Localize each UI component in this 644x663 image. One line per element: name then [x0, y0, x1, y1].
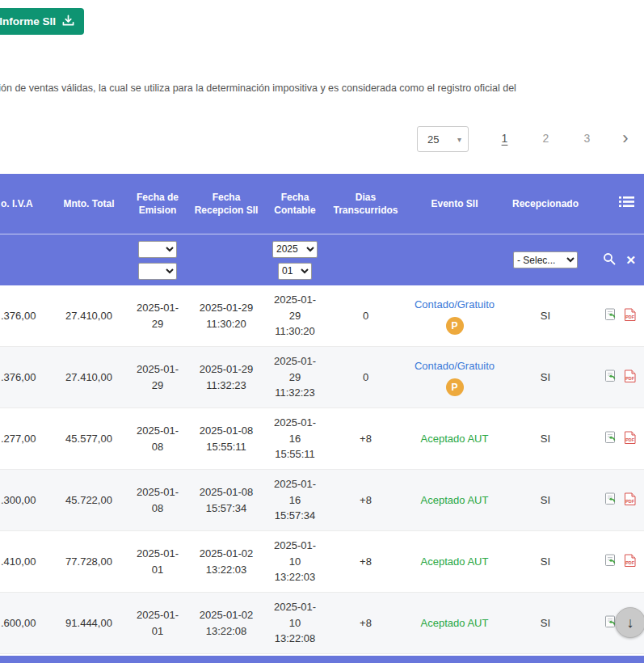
next-page-chevron[interactable]: ›: [608, 129, 643, 147]
cell-evento-sii: Aceptado AUT: [404, 609, 505, 638]
table-header: o. I.V.A Mnto. Total Fecha de Emision Fe…: [0, 174, 644, 234]
payment-badge: P: [446, 378, 464, 396]
pdf-icon: PDF: [624, 554, 636, 569]
header-fecha-contable[interactable]: Fecha Contable: [263, 174, 327, 234]
cell-fecha-emision: 2025-01-01: [125, 601, 190, 645]
document-icon: [604, 492, 617, 508]
search-button[interactable]: [603, 252, 616, 268]
evento-link[interactable]: Aceptado AUT: [421, 492, 489, 509]
page-button-1[interactable]: 1: [484, 132, 525, 145]
cell-mnto-iva: .600,00: [0, 609, 53, 638]
cell-dias-transcurridos: +8: [327, 424, 404, 454]
filter-cell-total: [53, 234, 125, 285]
document-icon: [604, 431, 617, 446]
filter-cell-recepcion: [190, 234, 263, 285]
cell-recepcionado: SI: [505, 486, 586, 515]
filter-emision-year-select[interactable]: [138, 241, 177, 258]
document-icon: [604, 554, 617, 569]
svg-text:PDF: PDF: [625, 437, 634, 442]
cell-fecha-contable: 2025-01-10 13:22:03: [263, 531, 327, 592]
cell-evento-sii: Contado/Gratuito P: [404, 352, 505, 403]
page-size-select[interactable]: 25 ▾: [417, 126, 469, 152]
pdf-button[interactable]: PDF: [624, 431, 636, 446]
pagination: 1 2 3 ›: [484, 129, 643, 147]
evento-link[interactable]: Aceptado AUT: [421, 554, 489, 570]
filter-cell-contable: 2025 01: [263, 234, 327, 285]
arrow-down-icon: ↓: [627, 614, 634, 631]
svg-text:PDF: PDF: [625, 499, 634, 504]
cell-fecha-contable: 2025-01-29 11:30:20: [263, 285, 327, 346]
page-size-value: 25: [427, 133, 439, 146]
cell-fecha-recepcion: 2025-01-08 15:57:34: [190, 478, 263, 522]
cell-fecha-emision: 2025-01-29: [125, 355, 190, 399]
header-recepcionado[interactable]: Recepcionado: [505, 174, 586, 234]
cell-actions: PDF: [586, 302, 644, 330]
page-button-3[interactable]: 3: [566, 132, 608, 145]
filter-contable-month-select[interactable]: 01: [278, 263, 312, 280]
cell-mnto-total: 27.410,00: [53, 302, 125, 331]
filter-cell-dias: [327, 234, 404, 285]
column-list-icon[interactable]: [619, 196, 634, 211]
informe-sii-label: Informe SII: [0, 15, 56, 27]
filter-contable-year-select[interactable]: 2025: [272, 241, 318, 258]
table-row: .376,00 27.410,00 2025-01-29 2025-01-29 …: [0, 347, 644, 408]
cell-fecha-emision: 2025-01-01: [125, 539, 190, 584]
cell-fecha-contable: 2025-01-29 11:32:23: [263, 347, 327, 408]
header-dias-transcurridos[interactable]: Dias Transcurridos: [327, 174, 404, 234]
cell-fecha-emision: 2025-01-08: [125, 478, 190, 522]
informe-sii-button[interactable]: Informe SII: [0, 8, 84, 35]
document-xml-button[interactable]: [604, 554, 617, 569]
cell-fecha-emision: 2025-01-29: [125, 293, 190, 338]
clear-filters-button[interactable]: ✕: [625, 254, 636, 266]
pdf-button[interactable]: PDF: [624, 370, 636, 385]
cell-dias-transcurridos: +8: [327, 486, 404, 515]
cell-fecha-recepcion: 2025-01-29 11:32:23: [190, 355, 263, 399]
document-xml-button[interactable]: [604, 492, 617, 508]
cell-evento-sii: Aceptado AUT: [404, 547, 505, 576]
cell-fecha-emision: 2025-01-08: [125, 416, 190, 461]
document-xml-button[interactable]: [604, 370, 617, 385]
cell-mnto-iva: .410,00: [0, 547, 53, 576]
cell-mnto-total: 91.444,00: [53, 609, 125, 638]
search-icon: [603, 252, 616, 268]
cell-fecha-recepcion: 2025-01-02 13:22:03: [190, 539, 263, 584]
header-evento-sii[interactable]: Evento SII: [404, 174, 505, 234]
pdf-icon: PDF: [624, 370, 636, 385]
table-body: .376,00 27.410,00 2025-01-29 2025-01-29 …: [0, 285, 644, 654]
header-mnto-total[interactable]: Mnto. Total: [53, 174, 125, 234]
svg-text:PDF: PDF: [625, 560, 634, 565]
table-row: .277,00 45.577,00 2025-01-08 2025-01-08 …: [0, 408, 644, 470]
header-fecha-emision[interactable]: Fecha de Emision: [125, 174, 190, 234]
cell-dias-transcurridos: +8: [327, 547, 404, 576]
table-row: .600,00 91.444,00 2025-01-01 2025-01-02 …: [0, 593, 644, 654]
table-footer-bar: [0, 656, 644, 663]
table-row: .410,00 77.728,00 2025-01-01 2025-01-02 …: [0, 531, 644, 593]
evento-link[interactable]: Contado/Gratuito: [415, 297, 495, 313]
cell-mnto-iva: .277,00: [0, 424, 53, 454]
cell-fecha-recepcion: 2025-01-08 15:55:11: [190, 416, 263, 461]
cell-mnto-iva: .376,00: [0, 302, 53, 331]
document-icon: [604, 308, 617, 323]
scroll-down-button[interactable]: ↓: [615, 607, 644, 638]
cell-mnto-total: 27.410,00: [53, 363, 125, 392]
page-button-2[interactable]: 2: [525, 132, 566, 145]
header-mnto-iva[interactable]: o. I.V.A: [0, 174, 53, 234]
pdf-icon: PDF: [624, 492, 636, 508]
evento-link[interactable]: Aceptado AUT: [421, 615, 489, 631]
evento-link[interactable]: Contado/Gratuito: [415, 358, 495, 374]
header-fecha-recepcion-sii[interactable]: Fecha Recepcion SII: [190, 174, 263, 234]
cell-evento-sii: Aceptado AUT: [404, 486, 505, 515]
cell-dias-transcurridos: +8: [327, 609, 404, 638]
document-xml-button[interactable]: [604, 308, 617, 323]
evento-link[interactable]: Aceptado AUT: [421, 431, 489, 447]
cell-evento-sii: Contado/Gratuito P: [404, 290, 505, 341]
description-text: ción de ventas válidas, la cual se utili…: [0, 82, 516, 94]
document-xml-button[interactable]: [604, 431, 617, 446]
pdf-button[interactable]: PDF: [624, 554, 636, 569]
pdf-button[interactable]: PDF: [624, 308, 636, 323]
pdf-button[interactable]: PDF: [624, 492, 636, 508]
filter-recepcionado-select[interactable]: - Selec...: [513, 251, 578, 268]
filter-cell-evento: [404, 234, 505, 285]
cell-recepcionado: SI: [505, 363, 586, 392]
filter-emision-month-select[interactable]: [138, 263, 177, 280]
